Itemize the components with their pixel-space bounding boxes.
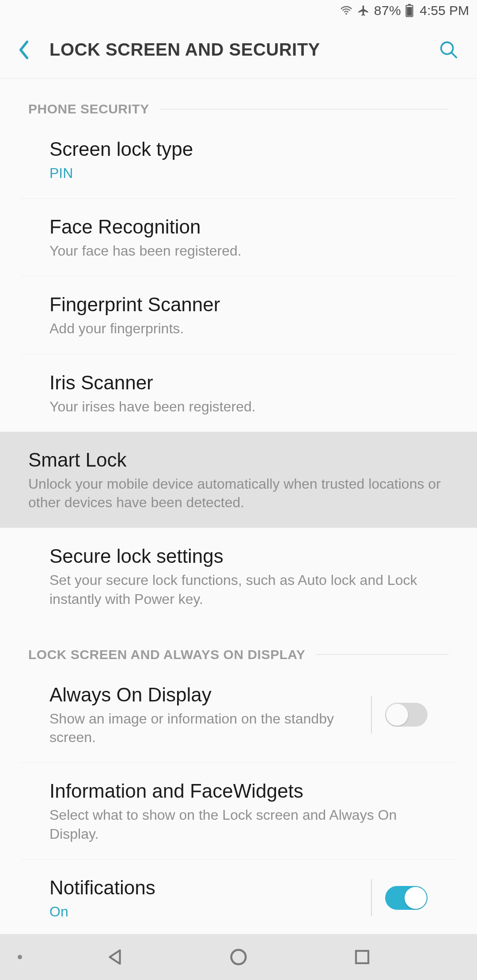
item-title: Screen lock type bbox=[49, 137, 428, 161]
item-sub: Select what to show on the Lock screen a… bbox=[49, 806, 428, 843]
section-label: PHONE SECURITY bbox=[28, 102, 149, 117]
item-title: Face Recognition bbox=[49, 215, 428, 239]
nav-back-button[interactable] bbox=[102, 944, 128, 970]
item-sub: Add your fingerprints. bbox=[49, 319, 428, 338]
item-title: Information and FaceWidgets bbox=[49, 779, 428, 803]
item-title: Smart Lock bbox=[28, 448, 449, 472]
svg-point-0 bbox=[345, 13, 347, 15]
page-title: LOCK SCREEN AND SECURITY bbox=[37, 40, 435, 60]
item-title: Notifications bbox=[49, 875, 358, 900]
item-secure-lock-settings[interactable]: Secure lock settings Set your secure loc… bbox=[21, 528, 456, 624]
item-iris-scanner[interactable]: Iris Scanner Your irises have been regis… bbox=[21, 354, 456, 432]
section-header-lockscreen-aod: LOCK SCREEN AND ALWAYS ON DISPLAY bbox=[0, 624, 477, 667]
toggle-always-on-display[interactable] bbox=[385, 703, 428, 727]
item-title: Iris Scanner bbox=[49, 370, 428, 395]
app-bar: LOCK SCREEN AND SECURITY bbox=[0, 21, 477, 79]
svg-rect-3 bbox=[407, 7, 412, 16]
nav-home-button[interactable] bbox=[225, 944, 252, 970]
item-always-on-display[interactable]: Always On Display Show an image or infor… bbox=[21, 667, 456, 763]
search-button[interactable] bbox=[435, 40, 462, 60]
separator-line bbox=[371, 696, 372, 733]
section-rule bbox=[316, 654, 449, 655]
toggle-notifications[interactable] bbox=[385, 886, 428, 910]
item-sub: Set your secure lock functions, such as … bbox=[49, 571, 428, 608]
wifi-icon bbox=[340, 5, 353, 16]
item-sub: Your irises have been registered. bbox=[49, 397, 428, 416]
item-fingerprint-scanner[interactable]: Fingerprint Scanner Add your fingerprint… bbox=[21, 276, 456, 354]
navigation-bar bbox=[0, 934, 477, 980]
svg-rect-2 bbox=[408, 4, 411, 5]
clock-time: 4:55 PM bbox=[420, 3, 469, 18]
item-face-recognition[interactable]: Face Recognition Your face has been regi… bbox=[21, 199, 456, 276]
battery-icon bbox=[405, 4, 413, 17]
item-sub: On bbox=[49, 902, 358, 921]
item-title: Always On Display bbox=[49, 682, 358, 707]
svg-point-6 bbox=[231, 950, 246, 965]
nav-indicator-dot bbox=[18, 955, 22, 959]
status-bar: 87% 4:55 PM bbox=[0, 0, 477, 21]
item-sub: PIN bbox=[49, 164, 428, 182]
item-notifications[interactable]: Notifications On bbox=[21, 859, 456, 921]
svg-rect-7 bbox=[356, 951, 368, 963]
item-title: Secure lock settings bbox=[49, 544, 428, 568]
item-sub: Unlock your mobile device automatically … bbox=[28, 475, 449, 512]
section-label: LOCK SCREEN AND ALWAYS ON DISPLAY bbox=[28, 647, 305, 662]
nav-recents-button[interactable] bbox=[349, 944, 375, 970]
item-info-facewidgets[interactable]: Information and FaceWidgets Select what … bbox=[21, 763, 456, 859]
battery-percentage: 87% bbox=[374, 3, 401, 18]
toggle-knob bbox=[386, 704, 408, 726]
item-sub: Your face has been registered. bbox=[49, 241, 428, 260]
section-header-phone-security: PHONE SECURITY bbox=[0, 79, 477, 121]
svg-line-5 bbox=[451, 53, 456, 57]
toggle-knob bbox=[405, 887, 427, 909]
settings-content: PHONE SECURITY Screen lock type PIN Face… bbox=[0, 79, 477, 934]
section-rule bbox=[160, 109, 449, 109]
item-title: Fingerprint Scanner bbox=[49, 292, 428, 317]
item-smart-lock[interactable]: Smart Lock Unlock your mobile device aut… bbox=[0, 432, 477, 528]
separator-line bbox=[371, 879, 372, 916]
airplane-mode-icon bbox=[357, 4, 370, 17]
item-screen-lock-type[interactable]: Screen lock type PIN bbox=[21, 121, 456, 199]
item-sub: Show an image or information on the stan… bbox=[49, 709, 358, 746]
back-button[interactable] bbox=[11, 40, 37, 60]
